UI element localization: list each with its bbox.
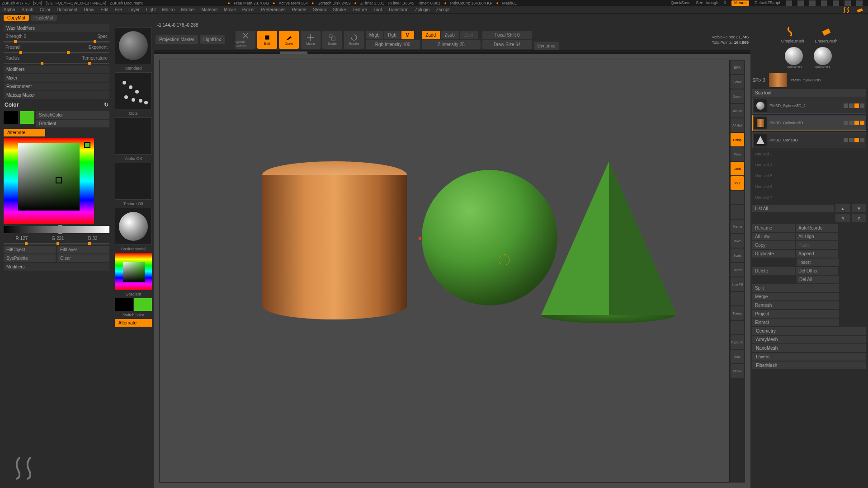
eraser-icon[interactable] bbox=[855, 6, 864, 14]
arraymesh-section[interactable]: ArrayMesh bbox=[752, 336, 866, 343]
color-header[interactable]: Color ↻ bbox=[4, 100, 109, 110]
window-button[interactable] bbox=[797, 0, 804, 6]
primary-color-swatch[interactable] bbox=[20, 111, 34, 124]
menu-edit[interactable]: Edit bbox=[101, 7, 108, 12]
side-tool-transp[interactable]: Transp bbox=[731, 306, 744, 320]
menu-brush[interactable]: Brush bbox=[22, 7, 33, 12]
duplicate-button[interactable]: Duplicate bbox=[752, 250, 795, 258]
layers-section[interactable]: Layers bbox=[752, 353, 866, 361]
mixer-header[interactable]: Mixer bbox=[4, 74, 109, 82]
menu-movie[interactable]: Movie bbox=[224, 7, 236, 12]
mini-primary-swatch[interactable] bbox=[134, 298, 152, 311]
menu-zplugin[interactable]: Zplugin bbox=[415, 7, 430, 12]
extract-button[interactable]: Extract bbox=[752, 319, 839, 326]
sphere3d-tool[interactable] bbox=[785, 47, 803, 65]
stroke-slot[interactable] bbox=[115, 72, 152, 109]
alllow-button[interactable]: All Low bbox=[752, 233, 795, 240]
texture-slot[interactable] bbox=[115, 163, 152, 200]
project-button[interactable]: Project bbox=[752, 310, 839, 318]
side-tool-zoom[interactable]: Zoom bbox=[731, 89, 744, 103]
viewport[interactable] bbox=[159, 60, 730, 483]
remesh-button[interactable]: Remesh bbox=[752, 301, 839, 309]
scale-button[interactable]: Scale bbox=[322, 31, 342, 49]
side-tool-line fill[interactable]: Line Fill bbox=[731, 277, 744, 291]
simple-brush-icon[interactable] bbox=[786, 25, 799, 38]
menu-layer[interactable]: Layer bbox=[128, 7, 140, 12]
delall-button[interactable]: Del All bbox=[797, 276, 839, 283]
lightbox-button[interactable]: LightBox bbox=[200, 35, 225, 44]
nanomesh-section[interactable]: NanoMesh bbox=[752, 344, 866, 352]
menu-render[interactable]: Render bbox=[292, 7, 307, 12]
side-tool-blank[interactable] bbox=[731, 191, 744, 204]
side-tool-move[interactable]: Move bbox=[731, 234, 744, 248]
color-picker[interactable] bbox=[4, 138, 94, 224]
menu-alpha[interactable]: Alpha bbox=[4, 7, 15, 12]
alternate-button[interactable]: Alternate bbox=[4, 129, 45, 136]
geometry-section[interactable]: Geometry bbox=[752, 327, 866, 335]
swap-down-button[interactable]: ↱ bbox=[852, 214, 866, 222]
mini-secondary-swatch[interactable] bbox=[115, 298, 133, 311]
allhigh-button[interactable]: All High bbox=[796, 233, 838, 240]
material-slot[interactable] bbox=[115, 208, 152, 245]
subtool-item[interactable]: PM3D_Cylinder3D bbox=[752, 115, 866, 131]
close-icon[interactable] bbox=[856, 0, 863, 6]
side-tool-local[interactable]: Local bbox=[731, 162, 744, 175]
focal-shift-slider[interactable]: Focal Shift 0 bbox=[482, 31, 532, 39]
gradient-button[interactable]: Gradient bbox=[36, 120, 109, 127]
menu-draw[interactable]: Draw bbox=[84, 7, 94, 12]
refresh-icon[interactable]: ↻ bbox=[104, 102, 108, 108]
side-tool-blank[interactable] bbox=[731, 205, 744, 219]
fibermesh-section[interactable]: FiberMesh bbox=[752, 361, 866, 369]
menu-tool[interactable]: Tool bbox=[373, 7, 382, 12]
move-up-button[interactable]: ▲ bbox=[835, 204, 850, 212]
m-button[interactable]: M bbox=[401, 31, 414, 39]
sphere3d1-tool[interactable] bbox=[814, 47, 832, 65]
side-tool-blank[interactable] bbox=[731, 292, 744, 305]
edit-button[interactable]: Edit bbox=[257, 31, 277, 49]
delete-button[interactable]: Delete bbox=[752, 267, 795, 275]
move-button[interactable]: Move bbox=[301, 31, 321, 49]
dynamic-button[interactable]: Dynamic bbox=[534, 42, 559, 50]
menus-button[interactable]: Menus bbox=[731, 0, 749, 6]
active-tool-thumb[interactable] bbox=[769, 73, 787, 87]
menu-document[interactable]: Document bbox=[57, 7, 78, 12]
delother-button[interactable]: Del Other bbox=[796, 267, 838, 275]
side-tool-frame[interactable]: Frame bbox=[731, 220, 744, 233]
side-tool-rotate[interactable]: Rotate bbox=[731, 263, 744, 277]
quicksave-button[interactable]: QuickSave bbox=[671, 0, 691, 6]
minimize-icon[interactable] bbox=[833, 0, 839, 6]
side-tool-scroll[interactable]: Scroll bbox=[731, 75, 744, 89]
rename-button[interactable]: Rename bbox=[752, 224, 795, 232]
projection-master-button[interactable]: Projection Master bbox=[156, 35, 198, 44]
rgb-button[interactable]: Rgb bbox=[384, 31, 401, 39]
z-intensity-slider[interactable]: Z Intensity 25 bbox=[422, 40, 481, 49]
eraser-brush-icon[interactable] bbox=[820, 25, 833, 38]
zcut-button[interactable]: Zcut bbox=[460, 31, 478, 39]
menu-light[interactable]: Light bbox=[146, 7, 156, 12]
modifiers2-header[interactable]: Modifiers bbox=[4, 263, 109, 271]
merge-button[interactable]: Merge bbox=[752, 293, 839, 300]
side-tool-scale[interactable]: Scale bbox=[731, 249, 744, 262]
switchcolor-button[interactable]: SwitchColor bbox=[36, 111, 109, 119]
secondary-color-swatch[interactable] bbox=[4, 111, 18, 124]
value-slider[interactable] bbox=[4, 226, 109, 233]
move-down-button[interactable]: ▼ bbox=[852, 204, 866, 212]
split-button[interactable]: Split bbox=[752, 284, 839, 292]
modifiers-header[interactable]: Modifiers bbox=[4, 66, 109, 73]
menu-texture[interactable]: Texture bbox=[352, 7, 367, 12]
side-tool-blank[interactable] bbox=[731, 321, 744, 334]
s-icon[interactable] bbox=[843, 6, 852, 14]
menu-picker[interactable]: Picker bbox=[242, 7, 255, 12]
insert-button[interactable]: Insert bbox=[797, 258, 839, 266]
mini-color-picker[interactable] bbox=[115, 253, 152, 290]
mrgb-button[interactable]: Mrgb bbox=[366, 31, 383, 39]
side-tool-actual[interactable]: Actual bbox=[731, 104, 744, 117]
zadd-button[interactable]: Zadd bbox=[422, 31, 440, 39]
paste-button[interactable]: Paste bbox=[796, 241, 838, 249]
menu-marker[interactable]: Marker bbox=[181, 7, 195, 12]
subtool-item[interactable]: PM3D_Sphere3D_1 bbox=[752, 98, 866, 114]
clear-button[interactable]: Clear bbox=[57, 254, 109, 262]
menu-macro[interactable]: Macro bbox=[162, 7, 175, 12]
menu-stencil[interactable]: Stencil bbox=[313, 7, 326, 12]
subtool-header[interactable]: SubTool bbox=[752, 89, 866, 97]
